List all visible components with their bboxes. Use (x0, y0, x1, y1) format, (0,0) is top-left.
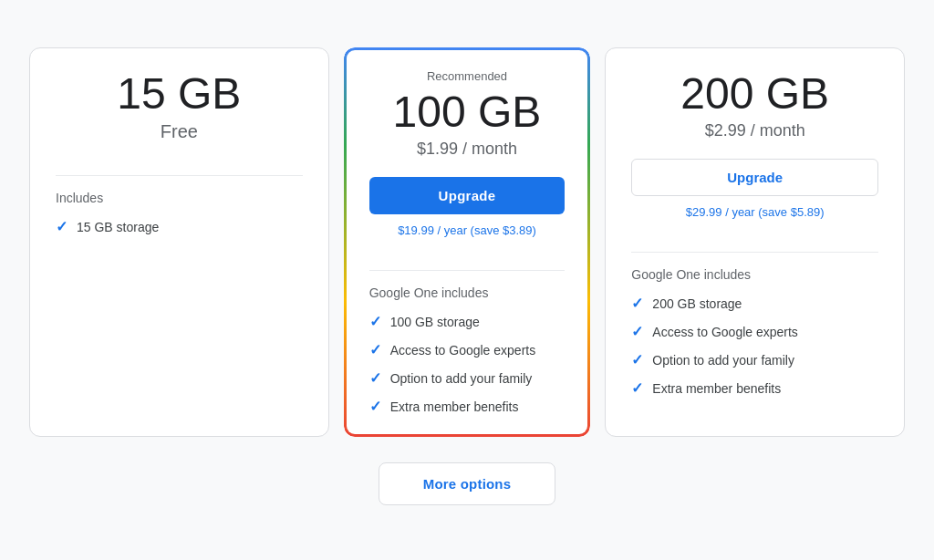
features-list-200gb: ✓ 200 GB storage ✓ Access to Google expe… (631, 295, 878, 397)
check-icon: ✓ (369, 369, 381, 387)
divider-100gb (369, 270, 566, 271)
feature-item: ✓ 100 GB storage (369, 313, 566, 330)
check-icon: ✓ (369, 398, 381, 415)
check-icon: ✓ (631, 323, 643, 340)
includes-label-free: Includes (56, 191, 303, 205)
feature-item: ✓ Option to add your family (631, 351, 878, 368)
feature-item: ✓ 15 GB storage (56, 218, 303, 235)
check-icon: ✓ (369, 341, 381, 358)
check-icon: ✓ (56, 218, 67, 235)
feature-item: ✓ Extra member benefits (369, 398, 566, 415)
feature-item: ✓ Option to add your family (369, 369, 566, 387)
plan-price-200gb: $2.99 / month (631, 121, 878, 140)
more-options-button[interactable]: More options (379, 462, 556, 505)
check-icon: ✓ (631, 295, 643, 312)
plan-card-free: 15 GB Free Includes ✓ 15 GB storage (29, 47, 329, 438)
feature-text: Option to add your family (652, 353, 794, 368)
plan-price-100gb: $1.99 / month (369, 140, 566, 159)
features-list-free: ✓ 15 GB storage (56, 218, 303, 235)
feature-text: Extra member benefits (652, 381, 781, 396)
plan-header-free: 15 GB Free (56, 70, 303, 143)
annual-price-100gb: $19.99 / year (save $3.89) (369, 223, 566, 237)
plan-inner-100gb: Recommended 100 GB $1.99 / month Upgrade… (344, 47, 591, 438)
includes-label-100gb: Google One includes (369, 285, 566, 300)
feature-text: Extra member benefits (390, 399, 519, 414)
plans-container: 15 GB Free Includes ✓ 15 GB storage Reco… (29, 47, 905, 438)
plan-storage-free: 15 GB (56, 70, 303, 119)
check-icon: ✓ (631, 379, 643, 397)
feature-text: Access to Google experts (652, 325, 798, 339)
recommended-label: Recommended (369, 69, 566, 83)
features-list-100gb: ✓ 100 GB storage ✓ Access to Google expe… (369, 313, 566, 415)
plan-storage-200gb: 200 GB (631, 70, 878, 119)
feature-text: 100 GB storage (390, 315, 480, 329)
divider-200gb (631, 252, 878, 253)
feature-text: 15 GB storage (77, 220, 159, 234)
feature-text: Option to add your family (390, 371, 533, 386)
upgrade-button-100gb[interactable]: Upgrade (369, 177, 566, 214)
annual-price-200gb: $29.99 / year (save $5.89) (631, 205, 878, 219)
feature-text: 200 GB storage (652, 296, 742, 311)
divider-free (56, 175, 303, 176)
plan-header-200gb: 200 GB $2.99 / month (631, 70, 878, 141)
check-icon: ✓ (369, 313, 381, 330)
plan-header-100gb: Recommended 100 GB $1.99 / month (369, 69, 566, 160)
plan-price-free: Free (56, 121, 303, 142)
feature-item: ✓ Access to Google experts (369, 341, 566, 358)
feature-item: ✓ 200 GB storage (631, 295, 878, 312)
plan-card-100gb: Recommended 100 GB $1.99 / month Upgrade… (344, 47, 591, 438)
includes-label-200gb: Google One includes (631, 267, 878, 282)
feature-item: ✓ Access to Google experts (631, 323, 878, 340)
plan-card-200gb: 200 GB $2.99 / month Upgrade $29.99 / ye… (605, 47, 905, 438)
feature-text: Access to Google experts (390, 343, 536, 358)
feature-item: ✓ Extra member benefits (631, 379, 878, 397)
plan-storage-100gb: 100 GB (369, 88, 566, 137)
check-icon: ✓ (631, 351, 643, 368)
upgrade-button-200gb[interactable]: Upgrade (631, 159, 878, 196)
